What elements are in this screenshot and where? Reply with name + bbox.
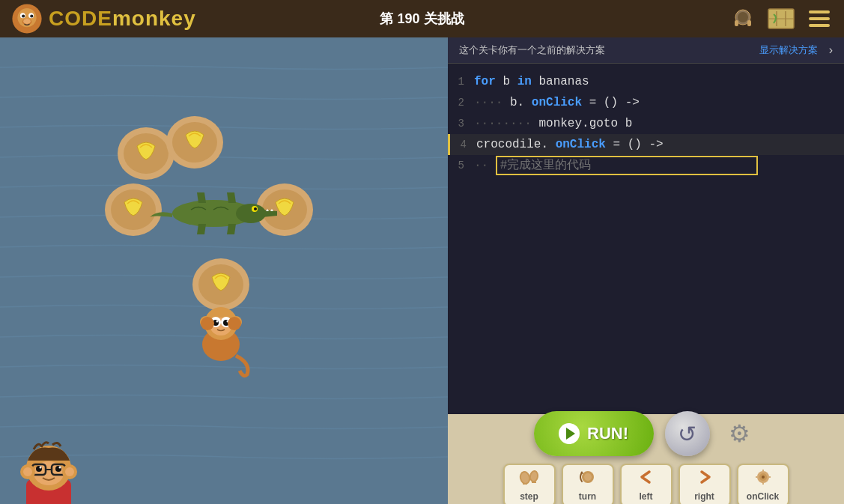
solution-text: 这个关卡你有一个之前的解决方案 xyxy=(459,43,605,57)
code-line-1: 1 for b in bananas xyxy=(448,71,844,92)
svg-point-9 xyxy=(23,19,31,24)
reset-button[interactable]: ↺ xyxy=(665,411,710,456)
monkey-goto: monkey.goto b xyxy=(538,117,632,130)
svg-point-7 xyxy=(30,14,33,17)
line-number-3: 3 xyxy=(448,113,470,134)
run-row: RUN! ↺ ⚙ xyxy=(534,411,759,456)
indent-dots-2: ···· xyxy=(474,96,503,109)
svg-point-59 xyxy=(23,467,32,476)
onclick-button[interactable]: onClick xyxy=(737,464,789,504)
logo-monkey-text: monkey xyxy=(112,7,196,30)
left-label: left xyxy=(640,491,653,502)
line-content-4: crocodile. onClick = () -> xyxy=(473,134,844,155)
header-icons xyxy=(729,5,833,32)
play-icon xyxy=(559,423,580,444)
logo-icon xyxy=(11,3,43,34)
right-icon xyxy=(694,469,715,490)
code-area: 这个关卡你有一个之前的解决方案 显示解决方案 › 1 for b in bana… xyxy=(448,37,844,504)
left-button[interactable]: left xyxy=(620,464,673,504)
line-number-4: 4 xyxy=(450,134,473,155)
svg-point-13 xyxy=(738,12,748,22)
right-label: right xyxy=(694,491,714,502)
svg-point-46 xyxy=(201,317,214,330)
game-canvas xyxy=(0,37,448,504)
header: CODEmonkey 第 190 关挑战 xyxy=(0,0,844,37)
svg-rect-12 xyxy=(747,20,751,26)
map-icon[interactable] xyxy=(768,5,795,32)
line-content-1: for b in bananas xyxy=(470,71,844,92)
svg-rect-17 xyxy=(809,24,830,27)
settings-icon: ⚙ xyxy=(729,419,750,448)
reset-icon: ↺ xyxy=(678,421,696,447)
turn-button[interactable]: turn xyxy=(562,464,614,504)
game-area xyxy=(0,37,448,504)
svg-point-56 xyxy=(40,467,42,469)
var-bananas: bananas xyxy=(538,75,589,88)
svg-point-61 xyxy=(65,467,74,476)
indent-dots-3: ········ xyxy=(474,117,532,130)
svg-point-40 xyxy=(216,321,219,323)
logo-code-text: CODE xyxy=(49,7,112,30)
turn-icon xyxy=(577,469,598,490)
var-b2: b. xyxy=(510,96,524,109)
menu-icon[interactable] xyxy=(806,5,833,32)
line-number-5: 5 xyxy=(448,155,470,176)
solution-arrow-icon: › xyxy=(829,43,833,57)
svg-rect-16 xyxy=(809,17,830,20)
svg-point-6 xyxy=(22,14,25,17)
crocodile-var: crocodile. xyxy=(476,138,548,151)
keyword-in: in xyxy=(517,75,532,88)
method-onclick: onClick xyxy=(532,96,582,109)
svg-point-30 xyxy=(236,204,266,223)
logo-area: CODEmonkey xyxy=(11,3,196,34)
onclick-label: onClick xyxy=(747,491,779,502)
bottom-controls: RUN! ↺ ⚙ xyxy=(448,414,844,504)
main-layout: 这个关卡你有一个之前的解决方案 显示解决方案 › 1 for b in bana… xyxy=(0,37,844,504)
code-line-3: 3 ········ monkey.goto b xyxy=(448,113,844,134)
code-line-5: 5 ·· xyxy=(448,155,844,176)
onclick-icon xyxy=(753,469,774,490)
indent-dots-5: ·· xyxy=(474,159,488,172)
step-label: step xyxy=(520,491,538,502)
line-content-3: ········ monkey.goto b xyxy=(470,113,844,134)
code-editor: 1 for b in bananas 2 ···· b. onClick = (… xyxy=(448,64,844,414)
line-number-2: 2 xyxy=(448,92,470,113)
step-icon xyxy=(519,469,540,490)
code-input[interactable] xyxy=(496,156,758,175)
line-content-5: ·· xyxy=(470,155,844,176)
keyword-for: for xyxy=(474,75,496,88)
svg-rect-15 xyxy=(809,10,830,13)
crocodile-onclick: onClick xyxy=(556,138,606,151)
svg-point-57 xyxy=(59,467,61,469)
logo-text: CODEmonkey xyxy=(49,7,196,31)
solution-banner: 这个关卡你有一个之前的解决方案 显示解决方案 › xyxy=(448,37,844,64)
assign-4: = () -> xyxy=(613,138,663,151)
code-line-2: 2 ···· b. onClick = () -> xyxy=(448,92,844,113)
svg-point-67 xyxy=(584,473,592,481)
var-b: b xyxy=(503,75,517,88)
line-number-1: 1 xyxy=(448,71,470,92)
left-icon xyxy=(636,469,657,490)
level-title: 第 190 关挑战 xyxy=(380,10,464,28)
run-label: RUN! xyxy=(587,424,628,443)
headphones-icon[interactable] xyxy=(729,5,756,32)
svg-point-47 xyxy=(228,317,241,330)
action-buttons: step turn xyxy=(503,464,789,504)
turn-label: turn xyxy=(579,491,596,502)
line-content-2: ···· b. onClick = () -> xyxy=(470,92,844,113)
assign-2: = () -> xyxy=(589,96,640,109)
svg-point-32 xyxy=(254,207,257,210)
run-button[interactable]: RUN! xyxy=(534,411,654,456)
svg-rect-11 xyxy=(735,20,738,26)
settings-button[interactable]: ⚙ xyxy=(721,415,759,452)
right-button[interactable]: right xyxy=(678,464,731,504)
game-scene xyxy=(0,37,448,504)
code-line-4: 4 crocodile. onClick = () -> xyxy=(448,134,844,155)
step-button[interactable]: step xyxy=(503,464,556,504)
solution-link[interactable]: 显示解决方案 xyxy=(759,43,818,57)
svg-point-70 xyxy=(762,476,765,479)
